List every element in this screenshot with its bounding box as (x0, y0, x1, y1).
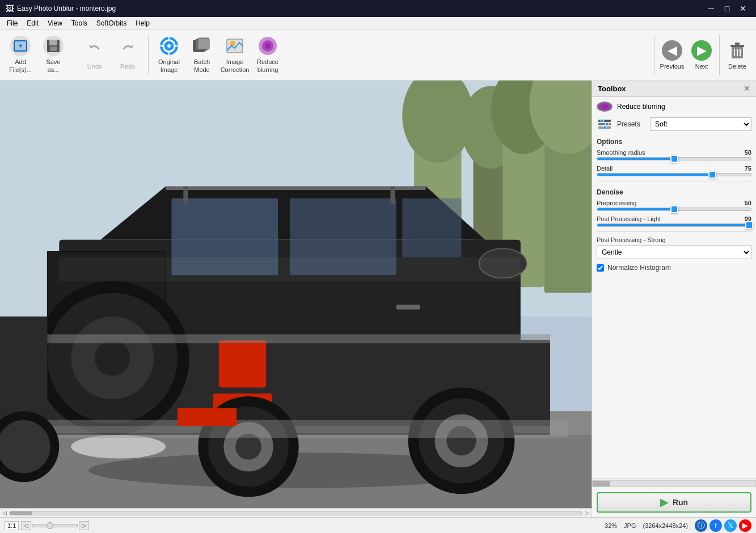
preprocessing-group: Preprocessing 50 (597, 200, 751, 211)
reduce-blurring-icon (257, 36, 278, 56)
divider-1 (597, 181, 751, 181)
svg-rect-67 (36, 420, 568, 438)
car-image (0, 81, 592, 517)
next-button[interactable]: ▶ Next (687, 32, 716, 78)
scroll-thumb[interactable] (10, 511, 32, 515)
svg-rect-69 (166, 187, 426, 190)
youtube-icon[interactable]: ▶ (739, 519, 751, 532)
post-processing-strong-label-row: Post Processing - Strong (597, 236, 751, 243)
reduce-blurring-section: Reduce blurring (597, 101, 751, 112)
run-label: Run (673, 498, 688, 507)
scroll-right-arrow[interactable]: ▷ (585, 510, 589, 516)
menu-softorbits[interactable]: SoftOrbits (92, 18, 131, 28)
detail-thumb[interactable] (708, 171, 716, 179)
save-button[interactable]: Saveas... (37, 32, 69, 78)
run-button[interactable]: ▶ Run (597, 492, 751, 513)
smoothing-radius-group: Smoothing radius 50 (597, 149, 751, 160)
normalize-histogram-label[interactable]: Normalize Histogram (607, 264, 671, 272)
toolbox-body: Reduce blurring Presets Soft Medium Stro… (592, 97, 756, 479)
scroll-left-arrow[interactable]: ◁ (2, 510, 7, 516)
status-right: 32% JPG (3264x2448x24) ⓘ f 𝕏 ▶ (605, 519, 751, 532)
post-processing-light-fill (597, 224, 749, 226)
svg-rect-4 (49, 40, 57, 45)
zoom-out-button[interactable]: ◁ (21, 521, 31, 530)
redo-button[interactable]: Redo (112, 32, 143, 78)
post-processing-strong-select[interactable]: Gentle Medium Strong (597, 246, 751, 259)
undo-button[interactable]: Undo (79, 32, 111, 78)
toolbox-scroll-thumb[interactable] (593, 481, 610, 487)
zoom-in-button[interactable]: ▷ (79, 521, 89, 530)
toolbar-view-group: OriginalImage BatchMode ImageCorrection … (153, 32, 284, 78)
info-icon[interactable]: ⓘ (695, 519, 707, 532)
add-files-button[interactable]: + AddFile(s)... (5, 32, 36, 78)
zoom-slider-thumb[interactable] (47, 522, 53, 529)
status-nav: ◁ ▷ (21, 521, 89, 530)
svg-point-39 (71, 435, 166, 459)
menu-edit[interactable]: Edit (22, 18, 43, 28)
status-left: 1:1 ◁ ▷ (5, 521, 89, 530)
facebook-icon[interactable]: f (709, 519, 722, 532)
toolbox-header: Toolbox ✕ (592, 81, 756, 97)
toolbar-sep-2 (148, 35, 149, 75)
redo-label: Redo (120, 63, 135, 70)
detail-track[interactable] (597, 173, 751, 176)
post-processing-light-label: Post Processing - Light (597, 215, 661, 222)
minimize-button[interactable]: ─ (704, 3, 719, 14)
post-processing-light-thumb[interactable] (745, 221, 753, 229)
toolbar-edit-group: Undo Redo (79, 32, 143, 78)
toolbox-scrollbar[interactable] (592, 479, 756, 488)
menu-help[interactable]: Help (131, 18, 154, 28)
svg-rect-71 (390, 187, 395, 204)
menu-tools[interactable]: Tools (67, 18, 92, 28)
presets-label: Presets (617, 120, 645, 128)
smoothing-radius-fill (597, 158, 674, 160)
batch-mode-button[interactable]: BatchMode (186, 32, 218, 78)
post-processing-light-track[interactable] (597, 223, 751, 227)
next-icon: ▶ (691, 40, 712, 61)
zoom-slider-track[interactable] (32, 524, 78, 527)
image-correction-button[interactable]: ImageCorrection (219, 32, 251, 78)
image-horizontal-scrollbar[interactable]: ◁ ▷ (0, 508, 592, 517)
svg-point-8 (167, 44, 171, 48)
detail-fill (597, 174, 712, 176)
toolbox-scroll-track[interactable] (592, 480, 756, 487)
previous-button[interactable]: ◀ Previous (658, 32, 686, 78)
menu-view[interactable]: View (43, 18, 67, 28)
original-image-label: OriginalImage (158, 58, 180, 73)
next-label: Next (695, 63, 708, 70)
twitter-icon[interactable]: 𝕏 (724, 519, 737, 532)
svg-rect-79 (598, 123, 611, 125)
detail-label: Detail (597, 165, 613, 172)
preprocessing-track[interactable] (597, 208, 751, 211)
svg-rect-78 (598, 120, 611, 122)
image-correction-label: ImageCorrection (221, 58, 250, 73)
preprocessing-thumb[interactable] (670, 205, 678, 213)
scroll-track[interactable] (9, 511, 582, 515)
main-area: Toolbox ✕ Reduce blurring Presets Soft M… (0, 81, 756, 517)
smoothing-radius-thumb[interactable] (670, 155, 678, 163)
menu-bar: File Edit View Tools SoftOrbits Help (0, 17, 756, 29)
toolbox-close-button[interactable]: ✕ (744, 84, 750, 93)
delete-button[interactable]: Delete (723, 32, 751, 78)
toolbar-sep-1 (74, 35, 74, 75)
svg-point-49 (95, 340, 130, 376)
presets-row: Presets Soft Medium Strong Custom (597, 117, 751, 131)
smoothing-radius-track[interactable] (597, 157, 751, 160)
maximize-button[interactable]: □ (720, 3, 734, 14)
svg-rect-15 (198, 38, 209, 49)
detail-group: Detail 75 (597, 165, 751, 176)
menu-file[interactable]: File (2, 18, 22, 28)
toolbar-sep-3 (654, 35, 654, 75)
preprocessing-value: 50 (745, 200, 751, 206)
svg-rect-50 (219, 340, 266, 387)
presets-select[interactable]: Soft Medium Strong Custom (650, 117, 751, 131)
close-button[interactable]: ✕ (736, 3, 750, 14)
image-area[interactable] (0, 81, 592, 517)
zoom-percentage: 32% (605, 522, 617, 529)
options-label: Options (597, 136, 751, 146)
normalize-histogram-checkbox[interactable] (597, 264, 604, 272)
toolbox-title: Toolbox (598, 84, 626, 93)
original-image-button[interactable]: OriginalImage (153, 32, 185, 78)
reduce-blurring-button[interactable]: Reduceblurring (252, 32, 284, 78)
normalize-histogram-row: Normalize Histogram (597, 264, 751, 272)
